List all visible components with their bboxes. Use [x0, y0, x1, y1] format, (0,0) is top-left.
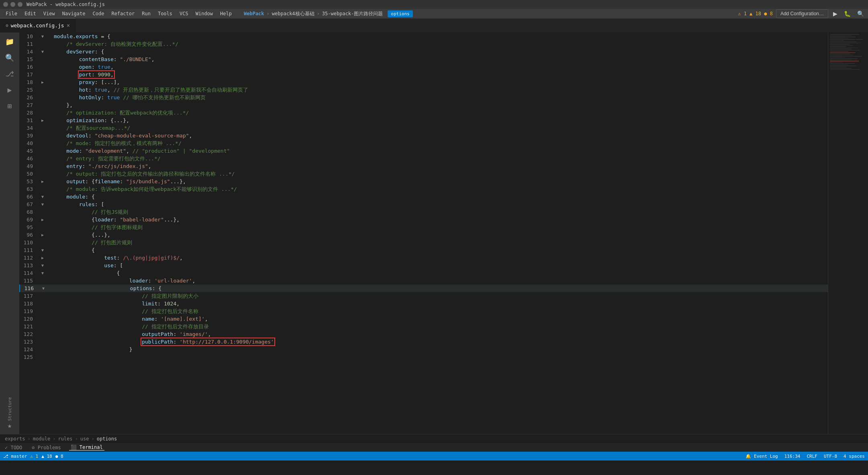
code-line-40: 40 /* mode: 指定打包的模式，模式有两种 ...*/	[19, 139, 828, 147]
tab-bar: ⚙ webpack.config.js ×	[0, 18, 868, 33]
minimap-content	[828, 33, 868, 72]
toolbar-right: ⚠ 1 ▲ 18 ● 8 Add Configuration… ▶ 🐛 🔍	[738, 9, 866, 18]
menu-window[interactable]: Window	[192, 10, 216, 17]
status-right: 🔔 Event Log 116:34 CRLF UTF-8 4 spaces	[745, 454, 865, 459]
error-count: ▲ 18	[41, 454, 52, 459]
warning-count: ⚠ 1	[30, 454, 38, 459]
code-line-14: 14 ▼ devServer: {	[19, 48, 828, 55]
code-line-125: 125	[19, 353, 828, 361]
code-line-31: 31 ▶ optimization: {...},	[19, 117, 828, 124]
code-line-66: 66 ▼ module: {	[19, 193, 828, 201]
cursor-position: 116:34	[784, 454, 801, 459]
options-tab-pill: options	[388, 11, 413, 16]
code-line-50: 50 /* output: 指定打包之后的文件输出的路径和输出的文件名称 ...…	[19, 170, 828, 178]
code-line-69: 69 ▶ {loader: "babel-loader"...},	[19, 216, 828, 223]
extensions-icon[interactable]: ⊞	[4, 100, 15, 111]
line-ending[interactable]: CRLF	[807, 454, 817, 459]
code-line-27: 27 },	[19, 101, 828, 109]
menu-view[interactable]: View	[40, 10, 58, 17]
code-line-120: 120 name: '[name].[ext]',	[19, 315, 828, 323]
code-line-110: 110 // 打包图片规则	[19, 239, 828, 246]
tab-webpack-config[interactable]: ⚙ webpack.config.js ×	[0, 18, 76, 32]
code-line-111: 111 ▼ {	[19, 246, 828, 254]
file-breadcrumb: 35-webpack-图片路径问题	[322, 10, 383, 17]
code-line-122: 122 outputPath: 'images/',	[19, 330, 828, 338]
code-line-68: 68 // 打包JS规则	[19, 208, 828, 216]
tab-close-icon[interactable]: ×	[67, 23, 70, 28]
explorer-icon[interactable]: 📁	[4, 36, 15, 47]
code-line-124: 124 }	[19, 346, 828, 353]
breadcrumb-module[interactable]: module	[33, 436, 50, 442]
info-count: ● 8	[55, 454, 63, 459]
menu-edit[interactable]: Edit	[21, 10, 39, 17]
menu-help[interactable]: Help	[217, 10, 235, 17]
problems-tab[interactable]: ⊘ Problems	[30, 445, 62, 450]
code-line-53: 53 ▶ output: {filename: "js/bundle.js"..…	[19, 178, 828, 185]
code-line-63: 63 /* module: 告诉webpack如何处理webpack不能够识别的…	[19, 185, 828, 193]
breadcrumb-bar: exports › module › rules › use › options	[0, 434, 868, 443]
maximize-btn[interactable]	[18, 2, 22, 7]
code-line-121: 121 // 指定打包后文件存放目录	[19, 323, 828, 330]
code-line-117: 117 // 指定图片限制的大小	[19, 292, 828, 300]
search-button[interactable]: 🔍	[856, 10, 866, 18]
code-line-39: 39 devtool: "cheap-module-eval-source-ma…	[19, 132, 828, 139]
structure-icon[interactable]: Structure	[4, 403, 15, 415]
close-btn[interactable]	[3, 2, 8, 7]
project-breadcrumb: webpack4核心基础	[272, 10, 315, 17]
tab-label: webpack.config.js	[11, 23, 64, 29]
activity-bar: 📁 🔍 ⎇ ▶ ⊞ Structure ★	[0, 33, 19, 434]
menu-run[interactable]: Run	[139, 10, 154, 17]
event-log[interactable]: 🔔 Event Log	[745, 454, 778, 459]
run-button[interactable]: ▶	[831, 10, 839, 18]
menu-navigate[interactable]: Navigate	[59, 10, 89, 17]
code-editor[interactable]: 10 ▼ module.exports = { 11 /* devServer:…	[19, 33, 828, 434]
encoding[interactable]: UTF-8	[824, 454, 837, 459]
terminal-tab[interactable]: ⬛ Terminal	[69, 444, 104, 450]
code-line-17: 17 port: 9090,	[19, 71, 828, 78]
code-line-28: 28 /* optimization: 配置webpack的优化项...*/	[19, 109, 828, 117]
menu-tools[interactable]: Tools	[155, 10, 176, 17]
code-line-25: 25 hot: true, // 开启热更新，只要开启了热更新我不会自动刷新网页…	[19, 86, 828, 94]
menu-bar: File Edit View Navigate Code Refactor Ru…	[0, 9, 868, 18]
code-line-112: 112 ▶ test: /\.(png|jpg|gif)$/,	[19, 254, 828, 262]
menu-refactor[interactable]: Refactor	[108, 10, 138, 17]
add-configuration-button[interactable]: Add Configuration…	[776, 9, 828, 18]
code-line-26: 26 hotOnly: true // 哪怕不支持热更新也不刷新网页	[19, 94, 828, 101]
code-line-115: 115 loader: 'url-loader',	[19, 277, 828, 285]
title-bar: WebPack - webpack.config.js	[0, 0, 868, 9]
status-bar: ⎇ master ⚠ 1 ▲ 18 ● 8 🔔 Event Log 116:34…	[0, 452, 868, 461]
breadcrumb-options[interactable]: options	[97, 436, 117, 442]
search-icon[interactable]: 🔍	[4, 52, 15, 63]
debug-icon[interactable]: ▶	[4, 84, 15, 95]
todo-tab[interactable]: ✓ TODO	[3, 445, 24, 450]
menu-vcs[interactable]: VCS	[176, 10, 192, 17]
menu-code[interactable]: Code	[90, 10, 108, 17]
git-branch[interactable]: ⎇ master	[3, 454, 27, 459]
breadcrumb-exports[interactable]: exports	[5, 436, 25, 442]
indent[interactable]: 4 spaces	[843, 454, 865, 459]
code-line-96: 96 ▶ {...},	[19, 231, 828, 239]
code-line-46: 46 /* entry: 指定需要打包的文件...*/	[19, 155, 828, 162]
menu-file[interactable]: File	[2, 10, 20, 17]
breadcrumb-use[interactable]: use	[80, 436, 89, 442]
code-line-118: 118 limit: 1024,	[19, 300, 828, 307]
code-line-34: 34 /* 配置sourcemap...*/	[19, 124, 828, 132]
code-line-16: 16 open: true,	[19, 63, 828, 71]
bottom-tabs: ✓ TODO ⊘ Problems ⬛ Terminal	[0, 443, 868, 452]
breadcrumb-rules[interactable]: rules	[58, 436, 72, 442]
git-icon[interactable]: ⎇	[4, 68, 15, 79]
code-line-113: 113 ▼ use: [	[19, 262, 828, 269]
code-line-49: 49 entry: "./src/js/index.js",	[19, 162, 828, 170]
debug-button[interactable]: 🐛	[842, 10, 852, 18]
code-line-10: 10 ▼ module.exports = {	[19, 33, 828, 40]
minimap[interactable]	[828, 33, 868, 434]
code-line-123: 123 publicPath: 'http://127.0.0.1:9090/i…	[19, 338, 828, 346]
minimize-btn[interactable]	[10, 2, 15, 7]
code-line-67: 67 ▼ rules: [	[19, 201, 828, 208]
window-title: WebPack - webpack.config.js	[27, 2, 105, 7]
window-controls[interactable]	[3, 2, 22, 7]
code-line-45: 45 mode: "development", // "production" …	[19, 147, 828, 155]
app-logo: WebPack	[244, 11, 264, 16]
code-line-11: 11 /* devServer: 自动检测文件变化配置...*/	[19, 40, 828, 48]
file-icon: ⚙	[6, 23, 8, 28]
